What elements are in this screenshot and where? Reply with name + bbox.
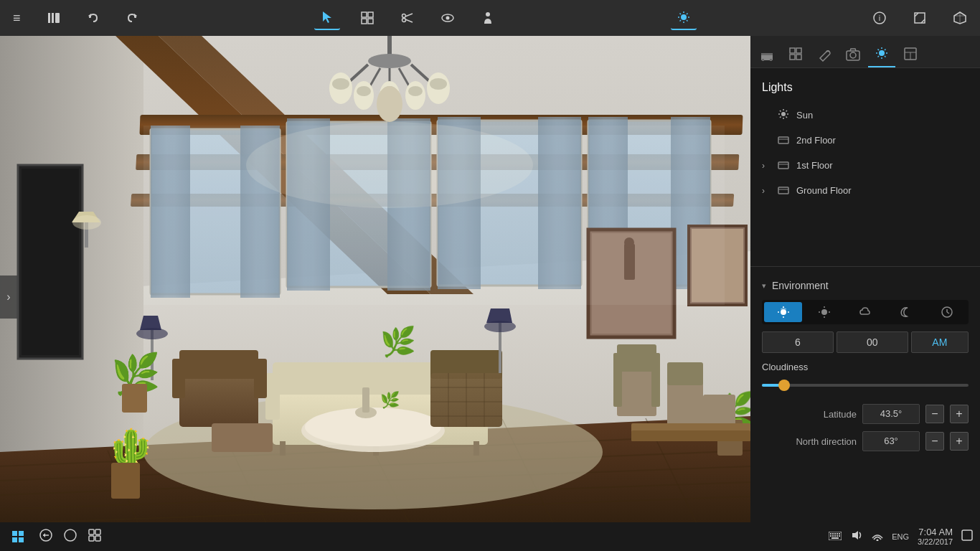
panel-tabs (750, 36, 980, 68)
svg-rect-141 (613, 353, 622, 407)
svg-rect-217 (839, 535, 840, 537)
objects-icon[interactable] (354, 6, 380, 29)
svg-rect-182 (778, 162, 788, 169)
svg-rect-8 (362, 19, 367, 24)
mode-time-btn[interactable] (928, 302, 966, 322)
left-nav-arrow[interactable]: › (0, 276, 17, 319)
cloudiness-slider[interactable] (762, 378, 969, 392)
mode-cloudy-btn[interactable] (846, 302, 884, 322)
svg-line-177 (786, 117, 788, 118)
svg-line-178 (786, 110, 788, 112)
main-3d-view[interactable]: 🌿 🌿 🌵 🌿 🌿 (0, 36, 750, 522)
scissors-icon[interactable] (395, 6, 420, 29)
volume-icon[interactable] (850, 529, 863, 545)
person-icon[interactable] (475, 6, 501, 29)
time-hour[interactable]: 6 (762, 331, 834, 353)
undo-icon[interactable] (81, 7, 105, 29)
task-view-icon[interactable] (88, 529, 101, 545)
time-min[interactable]: 00 (837, 331, 908, 353)
svg-marker-5 (323, 11, 331, 23)
svg-rect-112 (179, 373, 258, 427)
tab-lights[interactable] (868, 40, 895, 67)
svg-marker-130 (486, 309, 512, 323)
svg-point-83 (408, 86, 423, 96)
svg-rect-140 (617, 344, 656, 372)
svg-line-25 (679, 20, 681, 22)
svg-line-198 (947, 312, 949, 314)
svg-line-176 (780, 110, 781, 112)
tab-build[interactable] (782, 40, 809, 67)
svg-point-92 (72, 215, 101, 230)
expand-icon[interactable] (907, 6, 933, 29)
sun-icon[interactable] (671, 6, 697, 30)
svg-rect-213 (830, 535, 831, 537)
latitude-decrease-btn[interactable]: − (925, 405, 944, 423)
svg-rect-206 (95, 536, 100, 541)
svg-rect-9 (368, 19, 373, 24)
svg-line-22 (679, 14, 681, 15)
svg-rect-221 (962, 530, 972, 540)
slider-thumb[interactable] (778, 380, 790, 391)
info-icon[interactable]: i (867, 6, 892, 29)
svg-rect-148 (143, 126, 725, 305)
tab-plan[interactable] (897, 40, 924, 67)
clock-date: 3/22/2017 (918, 537, 953, 547)
svg-point-158 (850, 52, 856, 58)
time-ampm[interactable]: AM (911, 331, 969, 353)
light-item-2nd-floor[interactable]: 2nd Floor (750, 128, 980, 153)
latitude-increase-btn[interactable]: + (950, 405, 969, 423)
svg-point-77 (332, 78, 349, 90)
latitude-value[interactable]: 43.5° (862, 404, 920, 424)
svg-point-191 (821, 309, 827, 315)
cloudiness-section: Cloudiness (762, 362, 969, 392)
svg-rect-147 (631, 430, 750, 441)
tab-camera[interactable] (839, 40, 867, 67)
svg-line-166 (885, 50, 886, 51)
mode-sunny-btn[interactable] (805, 302, 843, 322)
library-icon[interactable] (41, 6, 67, 29)
svg-point-131 (484, 321, 516, 332)
light-item-1st-floor[interactable]: › 1st Floor (750, 153, 980, 178)
tab-furniture[interactable] (753, 40, 781, 67)
svg-point-171 (781, 112, 786, 116)
north-direction-row: North direction 63° − + (762, 431, 969, 451)
svg-rect-154 (796, 48, 801, 53)
light-item-ground-floor[interactable]: › Ground Floor (750, 178, 980, 203)
system-time[interactable]: 7:04 AM 3/22/2017 (918, 527, 953, 547)
environment-header[interactable]: ▾ Environment (762, 280, 969, 291)
svg-rect-155 (790, 55, 795, 60)
keyboard-icon[interactable] (829, 530, 842, 543)
hamburger-menu-icon[interactable]: ≡ (7, 6, 27, 30)
svg-rect-210 (834, 533, 836, 534)
north-decrease-btn[interactable]: − (925, 432, 944, 451)
mode-night-btn[interactable] (887, 302, 925, 322)
tab-decorate[interactable] (811, 40, 838, 67)
svg-rect-104 (280, 441, 286, 456)
floor-light-icon-ground (778, 184, 789, 197)
eye-icon[interactable] (435, 6, 461, 29)
svg-marker-201 (43, 533, 45, 537)
mode-clear-btn[interactable] (764, 302, 802, 322)
cortana-icon[interactable] (63, 528, 77, 545)
cube-icon[interactable] (947, 6, 973, 29)
svg-rect-184 (778, 187, 788, 194)
language-icon[interactable]: ENG (892, 532, 909, 541)
windows-start-button[interactable] (7, 526, 29, 547)
north-increase-btn[interactable]: + (950, 432, 969, 451)
notification-icon[interactable] (961, 529, 973, 544)
redo-icon[interactable] (120, 7, 144, 29)
panel-content: Lights Sun 2nd Floor › 1st Floor (750, 68, 980, 522)
back-button[interactable] (39, 529, 52, 545)
svg-marker-219 (852, 531, 858, 540)
svg-rect-214 (832, 535, 834, 537)
select-icon[interactable] (314, 6, 340, 30)
taskbar: ENG 7:04 AM 3/22/2017 (0, 522, 980, 551)
svg-rect-0 (48, 13, 50, 23)
svg-rect-150 (761, 53, 773, 55)
light-item-sun[interactable]: Sun (750, 103, 980, 128)
north-direction-value[interactable]: 63° (862, 431, 920, 451)
svg-line-13 (405, 19, 413, 22)
svg-point-220 (877, 540, 879, 542)
network-icon[interactable] (872, 529, 883, 544)
2nd-floor-label: 2nd Floor (796, 135, 836, 146)
